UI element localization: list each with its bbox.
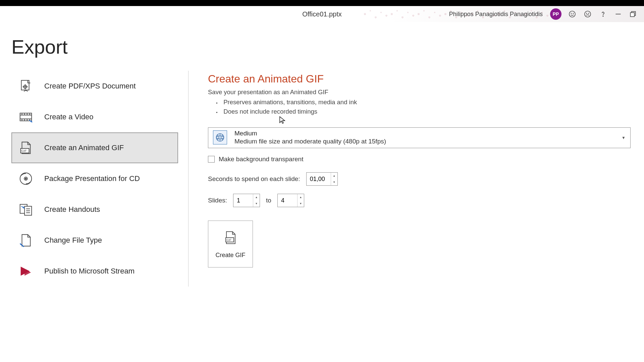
video-icon bbox=[17, 108, 35, 126]
sidebar-item-video[interactable]: Create a Video bbox=[11, 102, 178, 132]
main-title: Create an Animated GIF bbox=[208, 73, 633, 85]
svg-text:GIF: GIF bbox=[21, 149, 27, 153]
restore-button[interactable] bbox=[629, 10, 637, 18]
svg-point-29 bbox=[25, 178, 26, 179]
page-title: Export bbox=[11, 36, 633, 58]
sidebar-item-animated-gif[interactable]: GIF Create an Animated GIF bbox=[11, 132, 178, 163]
svg-rect-9 bbox=[630, 13, 634, 17]
svg-point-0 bbox=[569, 11, 575, 17]
quality-icon bbox=[213, 130, 227, 144]
bullet-item: Does not include recorded timings bbox=[216, 108, 633, 115]
feature-bullets: Preserves animations, transitions, media… bbox=[208, 99, 633, 115]
sidebar-item-handouts[interactable]: Create Handouts bbox=[11, 194, 178, 225]
chevron-down-icon: ▼ bbox=[622, 135, 626, 140]
quality-dropdown[interactable]: Medium Medium file size and moderate qua… bbox=[208, 127, 631, 148]
slides-to-label: to bbox=[266, 197, 271, 204]
svg-point-2 bbox=[573, 13, 573, 13]
slides-from-input[interactable] bbox=[233, 194, 253, 207]
gif-file-icon: GIF bbox=[222, 230, 238, 246]
content-area: Export Create PDF/XPS Document Create a … bbox=[0, 22, 644, 362]
avatar[interactable]: PP bbox=[550, 8, 561, 20]
sidebar-item-change-type[interactable]: Change File Type bbox=[11, 225, 178, 256]
sidebar-item-label: Create an Animated GIF bbox=[44, 143, 124, 152]
spinner-buttons: ▲ ▼ bbox=[297, 194, 304, 207]
seconds-input[interactable] bbox=[307, 173, 331, 185]
transparent-checkbox[interactable] bbox=[208, 156, 215, 163]
seconds-label: Seconds to spend on each slide: bbox=[208, 175, 300, 183]
svg-point-1 bbox=[571, 13, 571, 13]
main-panel: Create an Animated GIF Save your present… bbox=[189, 71, 633, 287]
transparent-checkbox-row: Make background transparent bbox=[208, 156, 633, 163]
svg-point-4 bbox=[586, 13, 587, 13]
gif-icon: GIF bbox=[17, 139, 35, 157]
sidebar-item-label: Create PDF/XPS Document bbox=[44, 82, 136, 90]
slides-label: Slides: bbox=[208, 197, 227, 204]
main-subtitle: Save your presentation as an Animated GI… bbox=[208, 88, 633, 96]
quality-text-wrap: Medium Medium file size and moderate qua… bbox=[234, 130, 386, 145]
user-name-label: Philippos Panagiotidis Panagiotidis bbox=[449, 11, 543, 18]
quality-description: Medium file size and moderate quality (4… bbox=[234, 138, 386, 145]
bullet-text: Preserves animations, transitions, media… bbox=[223, 99, 357, 106]
handouts-icon bbox=[17, 200, 35, 219]
seconds-spinner[interactable]: ▲ ▼ bbox=[306, 172, 338, 186]
sidebar-item-stream[interactable]: Publish to Microsoft Stream bbox=[11, 256, 178, 287]
change-type-icon bbox=[17, 231, 35, 249]
columns: Create PDF/XPS Document Create a Video G… bbox=[11, 71, 633, 287]
slides-from-spinner[interactable]: ▲ ▼ bbox=[233, 194, 260, 207]
create-gif-label: Create GIF bbox=[215, 252, 245, 259]
slides-to-spinner[interactable]: ▲ ▼ bbox=[277, 194, 304, 207]
bullet-item: Preserves animations, transitions, media… bbox=[216, 99, 633, 106]
slides-row: Slides: ▲ ▼ to ▲ ▼ bbox=[208, 194, 633, 207]
svg-point-6 bbox=[603, 16, 603, 16]
sidebar-item-label: Create Handouts bbox=[44, 205, 100, 214]
title-bar-right: Philippos Panagiotidis Panagiotidis PP bbox=[449, 8, 637, 20]
help-icon[interactable] bbox=[598, 9, 608, 19]
frown-icon[interactable] bbox=[583, 9, 592, 19]
sidebar-item-label: Create a Video bbox=[44, 113, 93, 121]
spinner-down[interactable]: ▼ bbox=[331, 179, 337, 185]
seconds-row: Seconds to spend on each slide: ▲ ▼ bbox=[208, 172, 633, 186]
svg-point-3 bbox=[585, 11, 591, 17]
smile-icon[interactable] bbox=[568, 9, 577, 19]
svg-text:GIF: GIF bbox=[226, 238, 232, 242]
spinner-buttons: ▲ ▼ bbox=[331, 173, 337, 185]
sidebar-item-label: Package Presentation for CD bbox=[44, 174, 140, 183]
stream-icon bbox=[17, 262, 35, 280]
spinner-up[interactable]: ▲ bbox=[331, 173, 337, 179]
cd-icon bbox=[17, 170, 35, 188]
document-title: Office01.pptx bbox=[302, 10, 341, 18]
slides-to-input[interactable] bbox=[278, 194, 297, 207]
sidebar-item-pdf-xps[interactable]: Create PDF/XPS Document bbox=[11, 71, 178, 102]
export-sidebar: Create PDF/XPS Document Create a Video G… bbox=[11, 71, 189, 287]
spinner-buttons: ▲ ▼ bbox=[253, 194, 260, 207]
bullet-text: Does not include recorded timings bbox=[223, 108, 317, 115]
minimize-button[interactable] bbox=[614, 10, 623, 18]
spinner-up[interactable]: ▲ bbox=[298, 194, 304, 200]
spinner-down[interactable]: ▼ bbox=[298, 200, 304, 207]
window-top-border bbox=[0, 0, 644, 6]
create-gif-button[interactable]: GIF Create GIF bbox=[208, 221, 253, 267]
svg-point-5 bbox=[588, 13, 589, 13]
spinner-up[interactable]: ▲ bbox=[253, 194, 260, 200]
sidebar-item-package-cd[interactable]: Package Presentation for CD bbox=[11, 163, 178, 194]
pdf-icon bbox=[17, 77, 35, 95]
transparent-label: Make background transparent bbox=[219, 156, 303, 163]
sidebar-item-label: Change File Type bbox=[44, 236, 102, 245]
sidebar-item-label: Publish to Microsoft Stream bbox=[44, 267, 135, 276]
quality-selected-label: Medium bbox=[234, 130, 386, 137]
spinner-down[interactable]: ▼ bbox=[253, 200, 260, 207]
title-bar: Office01.pptx Philippos Panagiotidis Pan… bbox=[0, 6, 644, 22]
